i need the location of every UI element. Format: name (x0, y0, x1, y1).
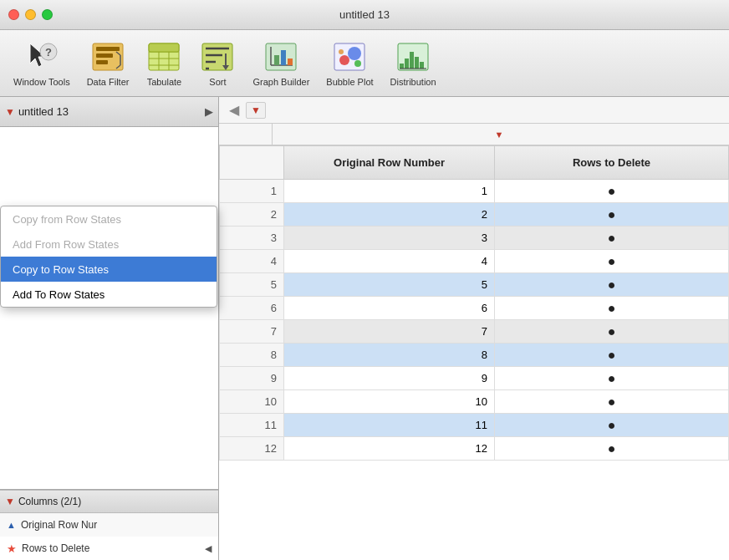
svg-rect-4 (96, 47, 120, 51)
columns-header-text: Columns (2/1) (18, 496, 81, 507)
columns-triangle[interactable]: ▼ (5, 496, 15, 507)
column-orig-name: Original Row Nur (21, 519, 212, 531)
graph-builder-icon (264, 40, 298, 74)
table-row: 1212● (220, 437, 729, 461)
data-filter-icon (91, 40, 125, 74)
close-button[interactable] (8, 9, 19, 20)
tabulate-label: Tabulate (147, 77, 182, 87)
table-row: 55● (220, 273, 729, 297)
cell-rows-to-delete: ● (495, 437, 729, 461)
svg-point-31 (339, 55, 349, 65)
cell-rows-to-delete: ● (495, 180, 729, 203)
table-row: 22● (220, 203, 729, 227)
data-table: Original Row Number Rows to Delete 11●22… (219, 145, 729, 461)
distribution-label: Distribution (390, 77, 436, 87)
cell-orig-row-number: 2 (284, 203, 495, 227)
window-controls (8, 9, 53, 20)
toolbar-graph-builder[interactable]: Graph Builder (246, 37, 316, 90)
table-body: 11●22●33●44●55●66●77●88●99●1010●1111●121… (220, 180, 729, 461)
data-filter-label: Data Filter (87, 77, 130, 87)
svg-rect-27 (274, 55, 279, 65)
svg-rect-28 (281, 50, 286, 65)
column-delete-name: Rows to Delete (22, 542, 200, 554)
toolbar-data-filter[interactable]: Data Filter (80, 37, 136, 90)
table-header-row: Original Row Number Rows to Delete (220, 146, 729, 180)
table-row: 66● (220, 297, 729, 320)
graph-builder-label: Graph Builder (252, 77, 309, 87)
col-filter-indicator[interactable]: ▼ (273, 130, 726, 140)
panel-forward-arrow[interactable]: ▶ (205, 105, 213, 118)
cell-rows-to-delete: ● (495, 344, 729, 367)
cell-orig-row-number: 5 (284, 273, 495, 297)
column-row-delete[interactable]: ★ Rows to Delete ◀ (0, 537, 218, 560)
cell-orig-row-number: 1 (284, 180, 495, 203)
context-menu-add-from[interactable]: Add From Row States (1, 232, 217, 257)
th-row-num (220, 146, 284, 180)
data-area: ◀ ▼ ▼ Original Row Number Rows to Delete (219, 97, 729, 560)
panel-collapse-triangle[interactable]: ▼ (5, 106, 15, 118)
svg-rect-39 (415, 57, 419, 69)
star-icon: ★ (7, 542, 17, 555)
window-title: untitled 13 (339, 8, 390, 21)
th-orig-row-number[interactable]: Original Row Number (284, 146, 495, 180)
svg-rect-16 (149, 43, 179, 52)
panel-content-area (0, 127, 218, 490)
svg-point-34 (339, 49, 344, 54)
triangle-icon: ▲ (7, 520, 16, 530)
cell-rows-to-delete: ● (495, 367, 729, 390)
scroll-left-arrow[interactable]: ◀ (222, 102, 246, 118)
svg-rect-5 (96, 53, 113, 58)
minimize-button[interactable] (25, 9, 36, 20)
column-row-orig[interactable]: ▲ Original Row Nur (0, 513, 218, 537)
cell-orig-row-number: 7 (284, 320, 495, 344)
cell-row-num: 12 (220, 437, 284, 461)
col-filter-triangle[interactable]: ▼ (495, 130, 504, 140)
distribution-icon (396, 40, 430, 74)
cell-row-num: 1 (220, 180, 284, 203)
cursor-question-icon: ? (25, 40, 59, 74)
cell-rows-to-delete: ● (495, 414, 729, 437)
context-menu: Copy from Row States Add From Row States… (0, 206, 217, 308)
svg-rect-37 (405, 59, 409, 69)
bubble-plot-label: Bubble Plot (326, 77, 373, 87)
svg-rect-6 (96, 60, 108, 64)
cell-orig-row-number: 9 (284, 367, 495, 390)
col-arrow-button[interactable]: ◀ (205, 543, 212, 554)
context-menu-copy-from[interactable]: Copy from Row States (1, 206, 217, 232)
filter-dropdown[interactable]: ▼ (246, 102, 266, 119)
toolbar-sort[interactable]: Sort (192, 37, 242, 90)
cell-orig-row-number: 8 (284, 344, 495, 367)
cell-rows-to-delete: ● (495, 297, 729, 320)
table-row: 11● (220, 180, 729, 203)
table-row: 44● (220, 250, 729, 273)
left-panel: ▼ untitled 13 ▶ ▼ Columns (2/1) ▲ Origin… (0, 97, 219, 560)
cell-rows-to-delete: ● (495, 250, 729, 273)
table-row: 1111● (220, 414, 729, 437)
cell-rows-to-delete: ● (495, 203, 729, 227)
toolbar-tabulate[interactable]: Tabulate (139, 37, 189, 90)
svg-rect-29 (288, 59, 293, 65)
toolbar-distribution[interactable]: Distribution (384, 37, 443, 90)
table-nav-row: ◀ ▼ (219, 97, 729, 124)
toolbar-window-tools[interactable]: ? Window Tools (7, 37, 77, 90)
columns-header[interactable]: ▼ Columns (2/1) (0, 490, 218, 513)
svg-rect-38 (410, 52, 414, 69)
cell-row-num: 3 (220, 227, 284, 250)
cell-row-num: 8 (220, 344, 284, 367)
context-menu-add-to[interactable]: Add To Row States (1, 282, 217, 307)
cell-row-num: 10 (220, 390, 284, 414)
context-menu-copy-to[interactable]: Copy to Row States (1, 257, 217, 282)
panel-header[interactable]: ▼ untitled 13 ▶ (0, 97, 218, 127)
cell-orig-row-number: 3 (284, 227, 495, 250)
sub-filter-row: ▼ (219, 124, 729, 145)
svg-rect-36 (400, 64, 404, 69)
window-tools-label: Window Tools (13, 77, 70, 87)
cell-row-num: 2 (220, 203, 284, 227)
cell-row-num: 4 (220, 250, 284, 273)
th-rows-to-delete[interactable]: Rows to Delete (495, 146, 729, 180)
maximize-button[interactable] (42, 9, 53, 20)
panel-title: untitled 13 (18, 105, 201, 118)
toolbar-bubble-plot[interactable]: Bubble Plot (319, 37, 380, 90)
toolbar: ? Window Tools Data Filter (0, 30, 729, 97)
data-table-scroll[interactable]: Original Row Number Rows to Delete 11●22… (219, 145, 729, 560)
